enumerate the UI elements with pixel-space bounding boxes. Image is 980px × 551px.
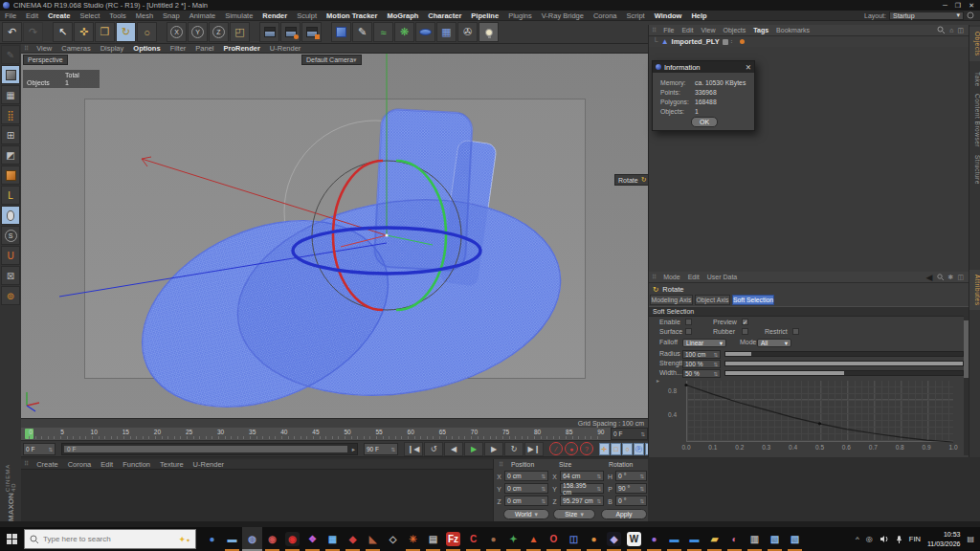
wrench-icon[interactable]: [967, 11, 974, 19]
add-clone-icon[interactable]: ▦: [436, 22, 457, 42]
timeline-range-slider[interactable]: 0 F ▸: [61, 443, 358, 455]
add-generator-icon[interactable]: ❋: [394, 22, 414, 42]
texture-mode-icon[interactable]: ▦: [1, 85, 20, 104]
key-position-toggle[interactable]: ✛: [599, 443, 610, 455]
keyframe-help-button[interactable]: ?: [580, 442, 593, 455]
app-red-app[interactable]: ◆: [343, 527, 363, 551]
app-people[interactable]: ◫: [564, 527, 584, 551]
panel-handle-icon[interactable]: ⠿: [649, 274, 659, 281]
play-button[interactable]: ▶: [464, 442, 483, 456]
close-button[interactable]: ✕: [969, 2, 974, 10]
menu-item-window[interactable]: Window: [650, 11, 687, 20]
autokey-button[interactable]: ●: [565, 442, 578, 455]
menu-item-animate[interactable]: Animate: [185, 11, 221, 20]
menu-item-render[interactable]: Render: [257, 11, 292, 20]
panel-config-icon[interactable]: ◫: [957, 274, 964, 281]
viewport-scene[interactable]: [21, 54, 648, 418]
tab-take[interactable]: Take: [969, 69, 980, 90]
layer-chip-icon[interactable]: [723, 39, 728, 45]
key-scale-toggle[interactable]: □: [611, 443, 621, 455]
clock[interactable]: 10:53 11/03/2026: [927, 530, 961, 547]
menu-item-script[interactable]: Script: [622, 11, 650, 20]
live-selection-icon[interactable]: ↖: [53, 22, 73, 42]
falloff-plot-area[interactable]: [686, 381, 953, 442]
menu-item-corona[interactable]: Corona: [589, 11, 622, 20]
om-menu-tags[interactable]: Tags: [749, 27, 772, 33]
app-laptop[interactable]: ▬: [222, 527, 242, 551]
record-keyframe-button[interactable]: ⁄: [549, 442, 563, 455]
timeline-ruler[interactable]: 051015202530354045505560657075808590: [21, 428, 611, 441]
add-spline-icon[interactable]: ✎: [352, 22, 372, 42]
menu-item-select[interactable]: Select: [75, 11, 104, 20]
menu-item-mesh[interactable]: Mesh: [131, 11, 158, 20]
rubber-checkbox[interactable]: [742, 328, 748, 335]
menu-item-snap[interactable]: Snap: [158, 11, 185, 20]
range-end-field[interactable]: 90 F⇅: [364, 443, 398, 455]
vp-menu-display[interactable]: Display: [96, 44, 129, 53]
menu-item-simulate[interactable]: Simulate: [220, 11, 257, 20]
axis-mode-icon[interactable]: L: [1, 186, 20, 205]
visibility-dots-icon[interactable]: ∶: [731, 38, 733, 46]
app-corona[interactable]: ✳: [403, 527, 423, 551]
search-icon[interactable]: [937, 274, 945, 281]
om-menu-file[interactable]: File: [659, 27, 678, 33]
snap-icon[interactable]: S: [1, 226, 20, 245]
magnet-snap-icon[interactable]: U: [1, 246, 20, 265]
app-green-gem[interactable]: ✦: [503, 527, 523, 551]
minimize-button[interactable]: ─: [943, 2, 947, 10]
render-settings-icon[interactable]: [301, 22, 322, 42]
mat-menu-edit[interactable]: Edit: [96, 460, 118, 469]
add-camera-icon[interactable]: ✇: [457, 22, 478, 42]
app-notes-1[interactable]: ▧: [765, 527, 785, 551]
menu-item-create[interactable]: Create: [43, 11, 75, 20]
menu-item-v-ray-bridge[interactable]: V-Ray Bridge: [537, 11, 589, 20]
vp-menu-options[interactable]: Options: [128, 44, 165, 53]
rot-b-field[interactable]: 0 °⇅: [615, 496, 647, 506]
app-recorder[interactable]: ◉: [282, 527, 302, 551]
points-mode-icon[interactable]: ⣿: [1, 105, 20, 124]
app-blue-sphere[interactable]: ●: [202, 527, 222, 551]
maximize-button[interactable]: ❐: [955, 2, 961, 10]
radius-slider[interactable]: [724, 351, 964, 357]
size-x-field[interactable]: 64 cm⇅: [560, 471, 604, 481]
language-indicator[interactable]: FIN: [909, 535, 921, 543]
app-paint[interactable]: ◐: [724, 527, 745, 551]
graph-expand-icon[interactable]: ▸: [657, 377, 659, 384]
vp-menu-view[interactable]: View: [32, 44, 56, 53]
mat-menu-texture[interactable]: Texture: [155, 460, 189, 469]
app-gray-app[interactable]: ▥: [745, 527, 765, 551]
app-red-c[interactable]: C: [463, 527, 483, 551]
updown-stepper-icon[interactable]: ⇅: [390, 447, 395, 452]
last-tool-icon[interactable]: ○: [137, 22, 157, 42]
frame-field[interactable]: 0 F⇅: [611, 428, 648, 440]
app-blue-window-1[interactable]: ▬: [664, 527, 684, 551]
tab-modeling-axis[interactable]: Modeling Axis: [650, 295, 693, 305]
z-axis-lock-icon[interactable]: Z: [209, 22, 229, 42]
app-blue-window-2[interactable]: ▬: [684, 527, 704, 551]
workplane-rotate-icon[interactable]: ⊚: [1, 286, 20, 305]
undo-icon[interactable]: ↶: [2, 22, 22, 42]
hidden-icons-chevron[interactable]: ^: [856, 535, 859, 543]
scale-tool-icon[interactable]: ❒: [95, 22, 115, 42]
surface-checkbox[interactable]: [685, 328, 692, 335]
app-color-wheel[interactable]: ◉: [262, 527, 282, 551]
y-axis-lock-icon[interactable]: Y: [188, 22, 208, 42]
render-view-icon[interactable]: [259, 22, 279, 42]
section-header[interactable]: Soft Selection: [649, 306, 969, 317]
menu-item-mograph[interactable]: MoGraph: [382, 11, 423, 20]
move-tool-icon[interactable]: ✜: [74, 22, 94, 42]
radius-field[interactable]: 100 cm⇅: [682, 350, 721, 359]
app-calculator[interactable]: ▦: [323, 527, 343, 551]
x-axis-lock-icon[interactable]: X: [167, 22, 187, 42]
lock-icon[interactable]: ✱: [948, 274, 954, 281]
app-brave[interactable]: ▲: [523, 527, 544, 551]
menu-item-motion-tracker[interactable]: Motion Tracker: [322, 11, 382, 20]
history-back-icon[interactable]: ◀: [926, 273, 933, 282]
mat-menu-u-render[interactable]: U-Render: [189, 460, 230, 469]
tab-attributes[interactable]: Attributes: [969, 270, 980, 310]
falloff-curve-graph[interactable]: ▸ 0.8 0.4 0.00.10.20.30.40.50.60.70.80.9…: [655, 375, 965, 455]
taskbar-search[interactable]: ✦✦: [24, 529, 196, 549]
app-shield-gray[interactable]: ◇: [383, 527, 403, 551]
coord-space-dropdown[interactable]: World▾: [503, 509, 549, 519]
strength-slider[interactable]: [724, 361, 964, 366]
